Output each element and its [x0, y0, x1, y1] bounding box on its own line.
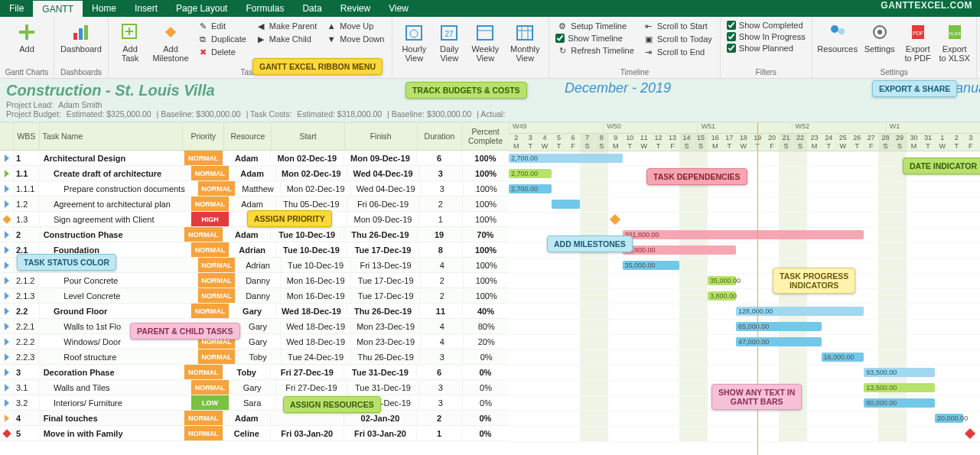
- cell-duration[interactable]: 3: [418, 395, 462, 410]
- cell-task-name[interactable]: Architectural Design: [40, 151, 184, 165]
- task-row[interactable]: 2Construction PhaseNORMALAdamTue 10-Dec-…: [0, 227, 509, 242]
- cell-priority[interactable]: NORMAL: [184, 365, 223, 379]
- col-priority[interactable]: Priority: [182, 122, 223, 150]
- cell-wbs[interactable]: 1.1.1: [14, 181, 38, 196]
- cell-resource[interactable]: Adam: [229, 166, 275, 180]
- cell-resource[interactable]: Danny: [235, 288, 281, 303]
- show-timeline-checkbox[interactable]: Show Timeline: [554, 33, 637, 44]
- cell-wbs[interactable]: 2: [14, 227, 40, 242]
- scroll-start-button[interactable]: ⇤Scroll to Start: [640, 20, 715, 32]
- duplicate-button[interactable]: ⧉Duplicate: [194, 33, 249, 45]
- make-parent-button[interactable]: ◀Make Parent: [252, 20, 320, 32]
- cell-task-name[interactable]: Prepare construction documents: [38, 181, 197, 196]
- cell-duration[interactable]: 11: [418, 304, 462, 318]
- cell-priority[interactable]: NORMAL: [184, 426, 223, 440]
- task-row[interactable]: 1.1.1Prepare construction documentsNORMA…: [0, 181, 509, 197]
- task-row[interactable]: 1Architectural DesignNORMALAdamMon 02-De…: [0, 151, 509, 166]
- cell-percent[interactable]: 0%: [461, 411, 509, 425]
- cell-finish[interactable]: Tue 31-Dec-19: [347, 380, 418, 395]
- gantt-bar[interactable]: 73,800.00: [623, 245, 737, 255]
- cell-priority[interactable]: NORMAL: [184, 411, 223, 425]
- cell-wbs[interactable]: 1.1: [14, 166, 39, 180]
- cell-duration[interactable]: 2: [420, 273, 463, 288]
- cell-duration[interactable]: 2: [418, 197, 462, 211]
- cell-start[interactable]: Fri 27-Dec-19: [275, 380, 347, 395]
- cell-start[interactable]: Mon 16-Dec-19: [280, 273, 350, 288]
- cell-duration[interactable]: 6: [416, 151, 461, 165]
- cell-percent[interactable]: 20%: [463, 334, 509, 349]
- gantt-bar[interactable]: 35,000.00: [623, 261, 679, 270]
- gantt-milestone[interactable]: [610, 214, 620, 225]
- cell-resource[interactable]: Toby: [223, 365, 270, 379]
- cell-resource[interactable]: Matthew: [235, 181, 281, 196]
- cell-resource[interactable]: Sara: [229, 395, 275, 410]
- cell-finish[interactable]: Wed 04-Dec-19: [350, 181, 421, 196]
- cell-percent[interactable]: 100%: [461, 151, 509, 165]
- task-row[interactable]: 3Decoration PhaseNORMALTobyFri 27-Dec-19…: [0, 365, 509, 380]
- cell-duration[interactable]: 3: [418, 380, 462, 395]
- make-child-button[interactable]: ▶Make Child: [252, 33, 320, 45]
- cell-percent[interactable]: 40%: [462, 304, 509, 318]
- hourly-view-button[interactable]: Hourly View: [397, 18, 431, 63]
- cell-finish[interactable]: Tue 17-Dec-19: [350, 288, 421, 303]
- gantt-bar[interactable]: 35,000.00: [708, 276, 736, 285]
- cell-start[interactable]: Wed 18-Dec-19: [275, 304, 347, 318]
- task-row[interactable]: 1.2Agreement to architectural planNORMAL…: [0, 197, 509, 212]
- cell-wbs[interactable]: 2.1.3: [14, 288, 38, 303]
- task-row[interactable]: 4Final touchesNORMALAdam02-Jan-2020%: [0, 411, 509, 426]
- move-down-button[interactable]: ▼Move Down: [323, 33, 387, 45]
- resources-button[interactable]: Resources: [817, 18, 858, 54]
- show-completed-checkbox[interactable]: Show Completed: [725, 20, 807, 31]
- cell-finish[interactable]: Tue 31-Dec-19: [343, 365, 417, 379]
- edit-button[interactable]: ✎Edit: [194, 20, 249, 32]
- cell-wbs[interactable]: 1.2: [14, 197, 39, 211]
- cell-percent[interactable]: 80%: [463, 319, 509, 333]
- cell-duration[interactable]: 1: [418, 212, 462, 226]
- cell-task-name[interactable]: Agreement to architectural plan: [39, 197, 190, 211]
- cell-wbs[interactable]: 3: [14, 365, 40, 379]
- cell-finish[interactable]: Mon 09-Dec-19: [347, 212, 418, 226]
- cell-resource[interactable]: Celine: [223, 426, 270, 440]
- cell-finish[interactable]: Tue 17-Dec-19: [347, 242, 418, 257]
- task-row[interactable]: 2.1.3Level ConcreteNORMALDannyMon 16-Dec…: [0, 288, 509, 304]
- cell-percent[interactable]: 100%: [463, 258, 509, 272]
- cell-wbs[interactable]: 5: [14, 426, 40, 440]
- tab-home[interactable]: Home: [83, 0, 125, 17]
- cell-resource[interactable]: Adam: [229, 197, 275, 211]
- tab-view[interactable]: View: [379, 0, 418, 17]
- tab-file[interactable]: File: [0, 0, 33, 17]
- cell-percent[interactable]: 100%: [462, 242, 509, 257]
- task-row[interactable]: 1.1Create draft of architectureNORMALAda…: [0, 166, 509, 181]
- cell-percent[interactable]: 100%: [463, 288, 509, 303]
- cell-resource[interactable]: Adrian: [235, 258, 281, 272]
- cell-resource[interactable]: Danny: [235, 273, 281, 288]
- cell-wbs[interactable]: 3.2: [14, 395, 39, 410]
- gantt-bar[interactable]: 65,000.00: [736, 322, 821, 331]
- cell-task-name[interactable]: Interiors/ Furniture: [39, 395, 190, 410]
- cell-start[interactable]: Thu 05-Dec-19: [275, 197, 347, 211]
- cell-task-name[interactable]: Final touches: [40, 411, 184, 425]
- cell-priority[interactable]: HIGH: [190, 212, 229, 226]
- cell-resource[interactable]: Adam: [223, 227, 270, 242]
- cell-priority[interactable]: NORMAL: [190, 197, 229, 211]
- cell-duration[interactable]: 2: [420, 288, 463, 303]
- cell-wbs[interactable]: 2.2: [14, 304, 39, 318]
- task-row[interactable]: 2.2.3Roof structureNORMALTobyTue 24-Dec-…: [0, 349, 509, 365]
- cell-wbs[interactable]: 1.3: [14, 212, 39, 226]
- cell-percent[interactable]: 100%: [462, 197, 509, 211]
- cell-duration[interactable]: 4: [420, 334, 463, 349]
- gantt-bar[interactable]: 128,000.00: [736, 307, 864, 316]
- cell-duration[interactable]: 4: [420, 258, 463, 272]
- cell-priority[interactable]: NORMAL: [197, 181, 234, 196]
- scroll-today-button[interactable]: ▣Scroll to Today: [640, 33, 715, 45]
- gantt-bar[interactable]: 201,800.00: [623, 230, 864, 239]
- refresh-timeline-button[interactable]: ↻Refresh Timeline: [554, 44, 637, 57]
- cell-start[interactable]: Fri 27-Dec-19: [270, 365, 343, 379]
- tab-insert[interactable]: Insert: [125, 0, 167, 17]
- gantt-bar[interactable]: 2,700.00: [509, 154, 623, 163]
- col-percent[interactable]: Percent Complete: [461, 122, 509, 150]
- cell-duration[interactable]: 3: [420, 349, 463, 364]
- cell-duration[interactable]: 8: [418, 242, 462, 257]
- task-row[interactable]: 2.1.2Pour ConcreteNORMALDannyMon 16-Dec-…: [0, 273, 509, 288]
- tab-gantt[interactable]: GANTT: [33, 0, 83, 17]
